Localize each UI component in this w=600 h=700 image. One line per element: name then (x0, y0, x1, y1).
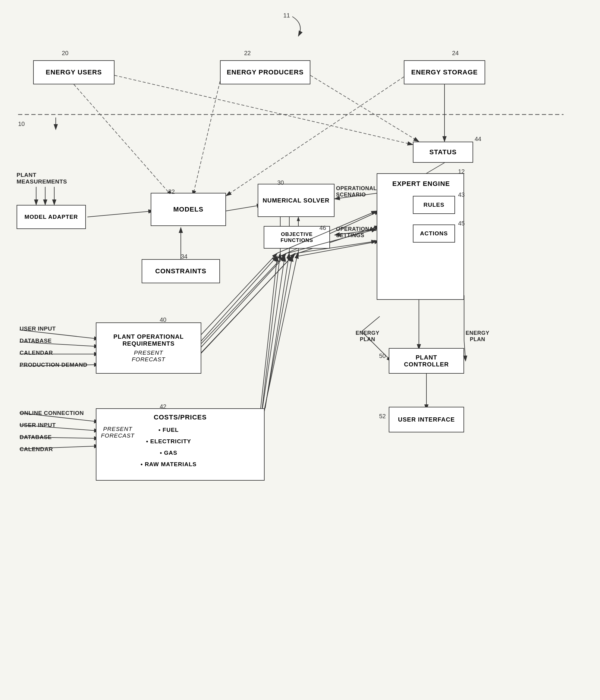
plant-operational-box: PLANT OPERATIONALREQUIREMENTS PRESENTFOR… (96, 322, 201, 374)
constraints-box: CONSTRAINTS (142, 259, 220, 283)
svg-line-27 (259, 256, 277, 422)
model-adapter-box: MODEL ADAPTER (17, 205, 86, 229)
svg-line-14 (226, 205, 262, 211)
plant-controller-label: PLANT CONTROLLER (392, 354, 460, 368)
ref-12: 12 (458, 168, 465, 175)
ref-52: 52 (379, 413, 386, 420)
numerical-solver-label: NUMERICAL SOLVER (263, 197, 330, 204)
status-label: STATUS (429, 148, 457, 156)
svg-line-3 (74, 84, 172, 196)
svg-line-6 (310, 75, 419, 142)
costs-prices-box: COSTS/PRICES PRESENTFORECAST • FUEL • EL… (96, 408, 265, 481)
svg-line-41 (361, 317, 380, 331)
ref-42: 42 (160, 403, 166, 410)
models-box: MODELS (151, 193, 226, 226)
energy-producers-label: ENERGY PRODUCERS (227, 68, 303, 76)
model-adapter-label: MODEL ADAPTER (24, 214, 78, 220)
energy-storage-label: ENERGY STORAGE (411, 68, 478, 76)
svg-line-13 (88, 211, 154, 217)
svg-line-4 (115, 75, 413, 145)
actions-box: ACTIONS (413, 225, 455, 243)
energy-users-label: ENERGY USERS (46, 68, 102, 76)
rules-label: RULES (423, 202, 444, 208)
rules-box: RULES (413, 196, 455, 214)
svg-line-53 (265, 253, 289, 408)
ref-34: 34 (181, 253, 188, 260)
energy-storage-box: ENERGY STORAGE (404, 60, 485, 84)
calendar-1-label: CALENDAR (20, 350, 53, 356)
user-input-1-label: USER INPUT (20, 325, 56, 332)
costs-prices-content: COSTS/PRICES PRESENTFORECAST • FUEL • EL… (101, 414, 259, 470)
calendar-2-label: CALENDAR (20, 446, 53, 453)
svg-line-5 (193, 81, 220, 196)
diagram-container: 11 (0, 0, 600, 700)
operational-settings-label: OPERATIONALSETTINGS (336, 226, 377, 239)
energy-users-box: ENERGY USERS (33, 60, 115, 84)
user-input-2-label: USER INPUT (20, 422, 56, 428)
production-demand-label: PRODUCTION DEMAND (20, 361, 88, 368)
ref-30: 30 (277, 179, 284, 186)
ref-46: 46 (320, 225, 326, 231)
energy-plan-1-label: ENERGYPLAN (356, 330, 379, 343)
user-interface-box: USER INTERFACE (389, 407, 464, 432)
expert-engine-label: EXPERT ENGINE (392, 180, 450, 188)
energy-producers-box: ENERGY PRODUCERS (220, 60, 310, 84)
constraints-label: CONSTRAINTS (155, 267, 206, 275)
actions-label: ACTIONS (420, 230, 448, 237)
diagram-svg (0, 0, 600, 700)
svg-line-28 (259, 256, 285, 431)
database-2-label: DATABASE (20, 434, 52, 441)
svg-line-44 (464, 341, 466, 361)
ref-32: 32 (168, 188, 175, 195)
svg-line-54 (265, 253, 298, 408)
ref-45: 45 (458, 220, 465, 227)
online-connection-label: ONLINE CONNECTION (20, 410, 84, 417)
energy-plan-2-label: ENERGYPLAN (466, 330, 490, 343)
database-1-label: DATABASE (20, 338, 52, 344)
ref-22: 22 (244, 50, 251, 57)
operational-scenario-label: OPERATIONALSCENARIO (336, 185, 377, 198)
svg-line-48 (201, 0, 377, 331)
user-interface-label: USER INTERFACE (398, 416, 455, 423)
ref-40: 40 (160, 317, 166, 323)
models-label: MODELS (173, 205, 203, 214)
ref-10: 10 (18, 121, 25, 127)
extra-arrows-svg (0, 0, 600, 700)
plant-measurements-label: PLANTMEASUREMENTS (17, 172, 67, 185)
plant-operational-content: PLANT OPERATIONALREQUIREMENTS PRESENTFOR… (113, 333, 183, 363)
numerical-solver-box: NUMERICAL SOLVER (258, 184, 334, 217)
ref-11: 11 (283, 12, 290, 19)
ref-44: 44 (475, 135, 481, 143)
plant-controller-box: PLANT CONTROLLER (389, 348, 464, 374)
ref-43: 43 (458, 191, 465, 198)
ref-24: 24 (452, 50, 459, 57)
svg-line-52 (262, 253, 280, 408)
ref-20: 20 (62, 50, 68, 57)
ref-50: 50 (379, 353, 386, 359)
status-box: STATUS (413, 142, 473, 163)
objective-functions-label: OBJECTIVEFUNCTIONS (280, 231, 313, 244)
